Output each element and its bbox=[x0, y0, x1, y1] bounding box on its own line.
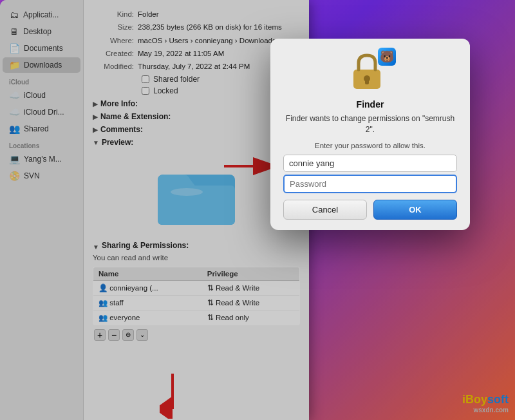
ok-button[interactable]: OK bbox=[373, 200, 457, 220]
dialog-title: Finder bbox=[357, 99, 384, 110]
dialog-message: Finder wants to change permissions on "s… bbox=[283, 113, 457, 135]
password-input[interactable] bbox=[283, 175, 457, 193]
dialog-sublabel: Enter your password to allow this. bbox=[315, 142, 426, 149]
dialog-buttons: Cancel OK bbox=[283, 200, 457, 220]
username-input[interactable] bbox=[283, 155, 457, 172]
finder-badge: 🐻 bbox=[378, 48, 396, 66]
dialog-icon-area: 🐻 bbox=[350, 52, 391, 93]
auth-dialog: 🐻 Finder Finder wants to change permissi… bbox=[270, 39, 470, 230]
cancel-button[interactable]: Cancel bbox=[283, 200, 367, 220]
svg-rect-9 bbox=[365, 79, 369, 84]
